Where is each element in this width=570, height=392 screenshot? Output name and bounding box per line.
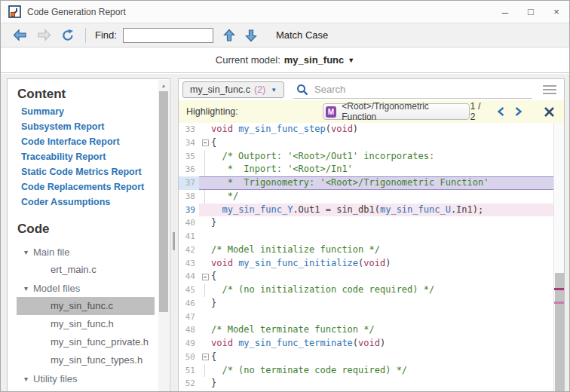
report-sidebar: Content SummarySubsystem ReportCode Inte… xyxy=(7,78,170,391)
code-text: { xyxy=(211,270,216,283)
code-line-body xyxy=(199,230,553,243)
fold-column xyxy=(199,351,211,364)
line-number: 35 xyxy=(179,150,199,164)
sidebar-scrollbar[interactable]: ▲ xyxy=(158,80,169,391)
search-input[interactable] xyxy=(314,84,532,95)
window-title: Code Generation Report xyxy=(27,7,492,17)
highlight-source-name: <Root>/Trigonometric Function xyxy=(342,101,461,122)
code-text: /* Model terminate function */ xyxy=(211,323,375,337)
file-tab-dropdown[interactable]: my_sin_func.c (2) ▼ xyxy=(182,81,284,98)
tree-group[interactable]: ▾Model files xyxy=(8,279,170,297)
code-text: * Inport: '<Root>/In1' xyxy=(211,163,353,176)
tree-group-label: Utility files xyxy=(33,373,78,384)
line-number: 41 xyxy=(179,230,199,243)
code-scrollbar[interactable] xyxy=(553,123,564,391)
find-next-button[interactable] xyxy=(245,29,257,42)
code-token: void xyxy=(363,258,385,268)
maximize-button[interactable]: □ xyxy=(518,1,544,23)
code-line: 38 */ xyxy=(179,190,553,204)
line-number: 50 xyxy=(179,351,199,364)
close-highlighting-button[interactable] xyxy=(544,106,555,118)
code-token: .Out1 = sin_db1( xyxy=(293,204,380,215)
content-link[interactable]: Code Replacements Report xyxy=(21,179,170,194)
find-previous-button[interactable] xyxy=(223,29,235,42)
content-link[interactable]: Static Code Metrics Report xyxy=(21,164,170,179)
toolbar-separator xyxy=(85,28,86,43)
menu-hamburger-icon[interactable] xyxy=(543,85,556,94)
scrollbar-up-arrow-icon[interactable]: ▲ xyxy=(158,80,169,90)
code-heading: Code xyxy=(17,222,170,237)
sidebar-scrollbar-thumb[interactable] xyxy=(159,91,168,312)
code-token: void xyxy=(331,124,353,134)
tree-group[interactable]: ▾Utility files xyxy=(8,369,170,387)
fold-column xyxy=(199,364,211,378)
code-token: /* Model terminate function */ xyxy=(211,324,375,335)
code-line: 52} xyxy=(179,377,553,390)
fold-column xyxy=(199,190,211,204)
code-token: } xyxy=(211,217,216,228)
refresh-button[interactable] xyxy=(61,29,75,42)
fold-collapse-icon[interactable] xyxy=(202,354,209,360)
tree-file-item[interactable]: ert_main.c xyxy=(17,261,155,279)
match-case-toggle[interactable]: Match Case xyxy=(276,29,328,41)
code-text: */ xyxy=(211,190,238,204)
minimize-button[interactable]: – xyxy=(492,1,518,23)
code-line: 36 * Inport: '<Root>/In1' xyxy=(179,163,553,176)
forward-button[interactable] xyxy=(37,29,51,41)
fold-guide-line xyxy=(204,150,205,164)
code-link[interactable]: my_sin_func_Y xyxy=(222,204,293,215)
find-input[interactable] xyxy=(123,28,213,43)
code-search-box xyxy=(293,81,532,99)
tree-file-item[interactable]: my_sin_func.h xyxy=(17,315,155,333)
back-button[interactable] xyxy=(13,29,27,41)
code-line-body: /* (no terminate code required) */ xyxy=(199,364,553,378)
close-x-icon xyxy=(544,106,555,118)
fold-collapse-icon[interactable] xyxy=(202,139,209,146)
code-token: /* Outport: '<Root>/Out1' incorporates: xyxy=(211,151,434,161)
code-line-body: * Inport: '<Root>/In1' xyxy=(199,163,553,176)
fold-column xyxy=(199,176,211,190)
code-token: void xyxy=(358,338,380,348)
code-link[interactable]: my_sin_func_U xyxy=(380,204,451,215)
highlight-marker-2[interactable] xyxy=(554,302,565,304)
app-icon xyxy=(8,5,21,18)
code-token: { xyxy=(211,351,216,362)
code-link[interactable]: my_sin_func_step xyxy=(238,124,326,134)
code-token xyxy=(211,204,222,215)
fold-column xyxy=(199,123,211,136)
code-line: 49void my_sin_func_terminate(void) xyxy=(179,337,553,351)
model-dropdown-caret-icon[interactable]: ▼ xyxy=(348,57,354,64)
panel-splitter-handle[interactable] xyxy=(173,232,175,250)
fold-column xyxy=(199,283,211,297)
code-scrollbar-thumb[interactable] xyxy=(555,273,564,391)
tree-group[interactable]: ▾Main file xyxy=(8,243,170,261)
content-link[interactable]: Subsystem Report xyxy=(21,119,170,134)
fold-collapse-icon[interactable] xyxy=(202,274,209,280)
highlight-marker-1[interactable] xyxy=(554,288,565,290)
close-button[interactable]: × xyxy=(544,1,569,23)
content-link[interactable]: Summary xyxy=(21,104,170,119)
code-link[interactable]: my_sin_func_initialize xyxy=(238,258,358,268)
code-link[interactable]: my_sin_func_terminate xyxy=(238,338,353,348)
tree-file-item[interactable]: my_sin_func_types.h xyxy=(17,351,155,369)
code-text: /* Model initialize function */ xyxy=(211,243,380,257)
content-link[interactable]: Coder Assumptions xyxy=(21,194,170,210)
content-link[interactable]: Code Interface Report xyxy=(21,134,170,149)
code-token: { xyxy=(211,271,216,281)
code-text: void my_sin_func_initialize(void) xyxy=(211,257,391,271)
content-link[interactable]: Traceability Report xyxy=(21,149,170,164)
code-line-body: /* Model terminate function */ xyxy=(199,323,553,337)
fold-guide-line xyxy=(204,190,205,204)
code-line-body: my_sin_func_Y.Out1 = sin_db1(my_sin_func… xyxy=(199,204,553,217)
tree-file-item[interactable]: rtwtypes.h xyxy=(17,387,155,391)
tree-file-item[interactable]: my_sin_func_private.h xyxy=(17,333,155,351)
highlight-source-badge: M <Root>/Trigonometric Function xyxy=(323,103,470,120)
code-token: * Trigonometry: '<Root>/Trigonometric Fu… xyxy=(211,177,489,188)
fold-column xyxy=(199,297,211,311)
tree-file-item[interactable]: my_sin_func.c xyxy=(17,297,155,315)
next-highlight-button[interactable] xyxy=(514,106,522,117)
code-line-body: { xyxy=(199,136,553,150)
previous-highlight-button[interactable] xyxy=(497,106,505,117)
model-block-icon: M xyxy=(326,106,336,118)
search-icon xyxy=(296,84,308,96)
